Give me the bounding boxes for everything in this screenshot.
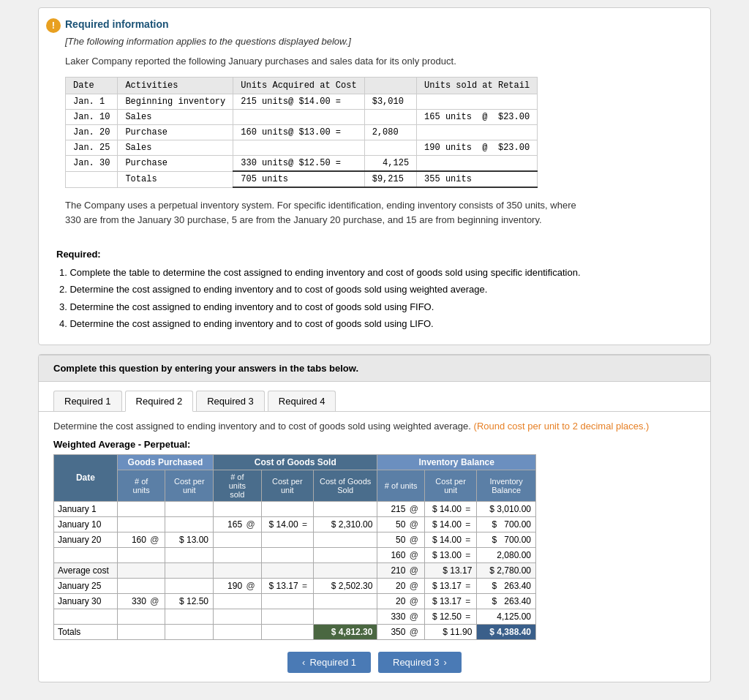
instruction-note: (Round cost per unit to 2 decimal places… — [474, 421, 650, 432]
table-row: Jan. 20Purchase160 units@ $13.00 =2,080 — [66, 125, 538, 140]
inv-cpu-cell: $ 14.00 = — [424, 516, 476, 532]
cogs-total-cell: $ 2,502.30 — [314, 578, 377, 593]
gp-cpu-input[interactable] — [169, 504, 206, 514]
gp-cpu-input[interactable] — [169, 581, 206, 591]
cogs-total-input[interactable] — [317, 504, 354, 514]
inv-units-cell: 50 @ — [377, 532, 425, 547]
cogs-cpu-input[interactable] — [266, 504, 302, 514]
cogs-total-cell: $ 2,310.00 — [314, 516, 377, 532]
gp-units-input-cell[interactable] — [117, 501, 165, 516]
inventory-table: Date Goods Purchased Cost of Goods Sold … — [53, 454, 536, 640]
inv-balance-cell: $ 263.40 — [477, 578, 536, 593]
table-row: Jan. 10Sales165 units @ $23.00 — [66, 110, 538, 125]
inv-units-cell: 20 @ — [377, 578, 425, 593]
cogs-total-input[interactable] — [317, 596, 354, 606]
inv-balance-cell: 2,080.00 — [477, 547, 536, 562]
list-item: 2. Determine the cost assigned to ending… — [59, 281, 693, 298]
instruction-text: Determine the cost assigned to ending in… — [53, 421, 696, 432]
inv-units-cell: 160 @ — [377, 547, 425, 562]
next-button[interactable]: Required 3 › — [378, 652, 462, 673]
th-cogs-total: Cost of GoodsSold — [314, 470, 377, 501]
gp-cpu-cell: $ 12.50 — [165, 593, 214, 609]
cogs-cpu-input[interactable] — [266, 535, 302, 545]
inv-units-cell: 50 @ — [377, 516, 425, 532]
nav-buttons: ‹ Required 1 Required 3 › — [53, 652, 696, 673]
date-cell: January 10 — [54, 516, 118, 532]
next-arrow: › — [444, 657, 447, 668]
inv-units-cell: 20 @ — [377, 593, 425, 609]
totals-label: Totals — [54, 624, 118, 639]
inv-cpu-cell: $ 13.17 = — [424, 578, 476, 593]
inv-cpu-total: $ 11.90 — [424, 624, 476, 639]
inv-balance-cell: $ 2,780.00 — [477, 562, 536, 578]
bottom-text-2: 330 are from the January 30 purchase, 5 … — [65, 213, 696, 227]
date-cell — [54, 609, 118, 624]
th-cogs-cpu: Cost perunit — [261, 470, 313, 501]
inv-balance-cell: $ 700.00 — [477, 532, 536, 547]
cogs-cpu-input[interactable] — [266, 596, 302, 606]
date-cell: January 30 — [54, 593, 118, 609]
list-item: 4. Determine the cost assigned to ending… — [59, 315, 693, 332]
tab-required-3[interactable]: Required 3 — [196, 391, 265, 411]
cogs-total-input-cell[interactable] — [314, 501, 377, 516]
table-row: Jan. 25Sales190 units @ $23.00 — [66, 140, 538, 156]
cogs-units-input[interactable] — [217, 596, 254, 606]
date-cell: Average cost — [54, 562, 118, 578]
inv-cpu-cell: $ 12.50 = — [424, 609, 476, 624]
th-cogs: Cost of Goods Sold — [214, 454, 377, 470]
info-header: Required information — [65, 18, 696, 30]
cogs-units-input[interactable] — [217, 535, 254, 545]
table-row: January 30 330 @ $ 12.50 20 @ $ 13.17 = … — [54, 593, 536, 609]
alert-icon: ! — [46, 18, 61, 33]
gp-cpu-input-cell[interactable] — [165, 501, 214, 516]
table-row: Jan. 30Purchase330 units@ $12.50 = 4,125 — [66, 156, 538, 172]
data-table: Date Activities Units Acquired at Cost U… — [65, 77, 538, 188]
tab-required-4[interactable]: Required 4 — [268, 391, 336, 411]
gp-cpu-input[interactable] — [169, 519, 206, 530]
date-cell: January 20 — [54, 532, 118, 547]
inv-units-cell: 215 @ — [377, 501, 425, 516]
col-date: Date — [66, 78, 118, 94]
th-inv-cpu: Cost perunit — [424, 470, 476, 501]
th-inv-units: # of units — [377, 470, 425, 501]
prev-button[interactable]: ‹ Required 1 — [287, 652, 371, 673]
th-inv-balance: InventoryBalance — [477, 470, 536, 501]
table-row: 160 @ $ 13.00 = 2,080.00 — [54, 547, 536, 562]
table-row: Jan. 1Beginning inventory215 units@ $14.… — [66, 94, 538, 110]
table-row: January 10 165 @ $ 14.00 = $ 2,310.00 50… — [54, 516, 536, 532]
inv-cpu-cell: $ 13.17 = — [424, 593, 476, 609]
required-title: Required: — [56, 249, 693, 260]
th-cogs-units: # ofunitssold — [214, 470, 262, 501]
list-item: 1. Complete the table to determine the c… — [59, 264, 693, 281]
tab-required-2[interactable]: Required 2 — [125, 391, 194, 412]
tab-required-1[interactable]: Required 1 — [53, 391, 122, 411]
info-italic: [The following information applies to th… — [65, 36, 696, 47]
cogs-units-input-cell[interactable] — [214, 501, 262, 516]
inv-balance-cell: $ 700.00 — [477, 516, 536, 532]
col-units-acquired: Units Acquired at Cost — [233, 78, 364, 94]
gp-units-input[interactable] — [121, 581, 158, 591]
cogs-units-cell: 165 @ — [214, 516, 262, 532]
inv-cpu-cell: $ 13.00 = — [424, 547, 476, 562]
gp-units-input[interactable] — [121, 504, 158, 514]
cogs-cpu-cell: $ 14.00 = — [261, 516, 313, 532]
inv-cpu-cell: $ 13.17 — [424, 562, 476, 578]
gp-units-cell: 330 @ — [117, 593, 165, 609]
inv-balance-cell: $ 3,010.00 — [477, 501, 536, 516]
date-cell: January 1 — [54, 501, 118, 516]
required-list: 1. Complete the table to determine the c… — [56, 264, 693, 333]
cogs-total-input[interactable] — [317, 535, 354, 545]
table-row: January 20 160 @ $ 13.00 50 @ $ 14.00 = … — [54, 532, 536, 547]
cogs-cpu-input-cell[interactable] — [261, 501, 313, 516]
inv-balance-cell: 4,125.00 — [477, 609, 536, 624]
gp-units-input[interactable] — [121, 519, 158, 530]
table-row: January 25 190 @ $ 13.17 = $ 2,502.30 20… — [54, 578, 536, 593]
cogs-cpu-cell: $ 13.17 = — [261, 578, 313, 593]
required-section: Required: 1. Complete the table to deter… — [39, 237, 710, 345]
gp-cpu-cell: $ 13.00 — [165, 532, 214, 547]
cogs-units-input[interactable] — [217, 504, 254, 514]
table-row: 330 @ $ 12.50 = 4,125.00 — [54, 609, 536, 624]
cogs-total-value: $ 4,812.30 — [314, 624, 377, 639]
inv-cpu-cell: $ 14.00 = — [424, 532, 476, 547]
th-date: Date — [54, 454, 118, 501]
